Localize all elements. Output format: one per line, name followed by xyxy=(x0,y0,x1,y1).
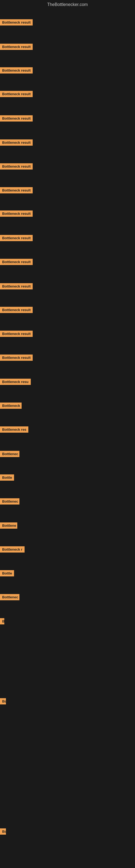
bottleneck-label: Bottleneck result xyxy=(0,163,33,169)
bottleneck-item: Bottleneck result xyxy=(0,19,33,27)
bottleneck-label: Bottleneck xyxy=(0,403,21,409)
bottleneck-label: Bottleneck result xyxy=(0,187,33,193)
bottleneck-label: Bottleneck r xyxy=(0,546,25,553)
bottleneck-item: Bottleneck result xyxy=(0,307,33,314)
bottleneck-item: Bottleneck result xyxy=(0,115,33,123)
bottleneck-label: Bottleneck result xyxy=(0,259,33,265)
bottleneck-item: Bottleneck resu xyxy=(0,379,31,386)
bottleneck-label: Bottleneck result xyxy=(0,235,33,241)
bottleneck-label: Bottle xyxy=(0,570,14,577)
bottleneck-item: Bottleneck result xyxy=(0,259,33,266)
bottleneck-label: Bottleneck res xyxy=(0,426,28,433)
bottleneck-label: Bottleneck result xyxy=(0,67,33,73)
bottleneck-label: Bottleneck result xyxy=(0,19,33,26)
bottleneck-item: Bottleneck result xyxy=(0,187,33,194)
bottleneck-item: Bottleneck result xyxy=(0,140,33,147)
bottleneck-label: Bottleneck result xyxy=(0,307,33,313)
bottleneck-item: Bottle xyxy=(0,474,14,482)
bottleneck-item: Bottleneck result xyxy=(0,283,33,290)
bottleneck-item: Bottlenec xyxy=(0,594,19,601)
bottleneck-item: Bottlene xyxy=(0,522,17,530)
bottleneck-item: Bottleneck result xyxy=(0,163,33,170)
bottleneck-item: Bottlenec xyxy=(0,498,19,506)
bottleneck-label: Bottleneck result xyxy=(0,331,33,337)
bottleneck-label: Bottleneck result xyxy=(0,283,33,289)
bottleneck-item: Bottleneck r xyxy=(0,546,25,554)
site-title: TheBottlenecker.com xyxy=(0,0,135,9)
bottleneck-item: Bottleneck result xyxy=(0,354,33,362)
bottleneck-label: Bo xyxy=(0,698,6,705)
bottleneck-label: Bottlenec xyxy=(0,498,19,504)
bottleneck-item: Bottleneck result xyxy=(0,91,33,98)
bottleneck-label: Bottlenec xyxy=(0,451,19,457)
bottleneck-label: Bottleneck result xyxy=(0,44,33,50)
bottleneck-item: B xyxy=(0,618,4,625)
bottleneck-item: Bo xyxy=(0,828,6,836)
bottleneck-label: Bottleneck result xyxy=(0,211,33,217)
bottleneck-label: Bo xyxy=(0,828,6,835)
bottleneck-label: Bottleneck result xyxy=(0,115,33,122)
bottleneck-label: Bottlene xyxy=(0,522,17,529)
bottleneck-label: Bottlenec xyxy=(0,594,19,600)
bottleneck-item: Bottleneck result xyxy=(0,44,33,51)
bottleneck-item: Bottleneck result xyxy=(0,211,33,218)
bottleneck-item: Bo xyxy=(0,698,6,706)
bottleneck-label: Bottle xyxy=(0,474,14,480)
bottleneck-item: Bottleneck xyxy=(0,403,21,410)
bottleneck-label: Bottleneck result xyxy=(0,91,33,97)
bottleneck-label: Bottleneck resu xyxy=(0,379,31,385)
bottleneck-item: Bottleneck result xyxy=(0,67,33,74)
bottleneck-item: Bottle xyxy=(0,570,14,578)
bottleneck-label: Bottleneck result xyxy=(0,354,33,361)
bottleneck-item: Bottleneck result xyxy=(0,235,33,242)
bottleneck-item: Bottlenec xyxy=(0,451,19,458)
bottleneck-label: Bottleneck result xyxy=(0,140,33,146)
bottleneck-label: B xyxy=(0,618,4,624)
bottleneck-item: Bottleneck result xyxy=(0,331,33,338)
bottleneck-item: Bottleneck res xyxy=(0,426,28,434)
